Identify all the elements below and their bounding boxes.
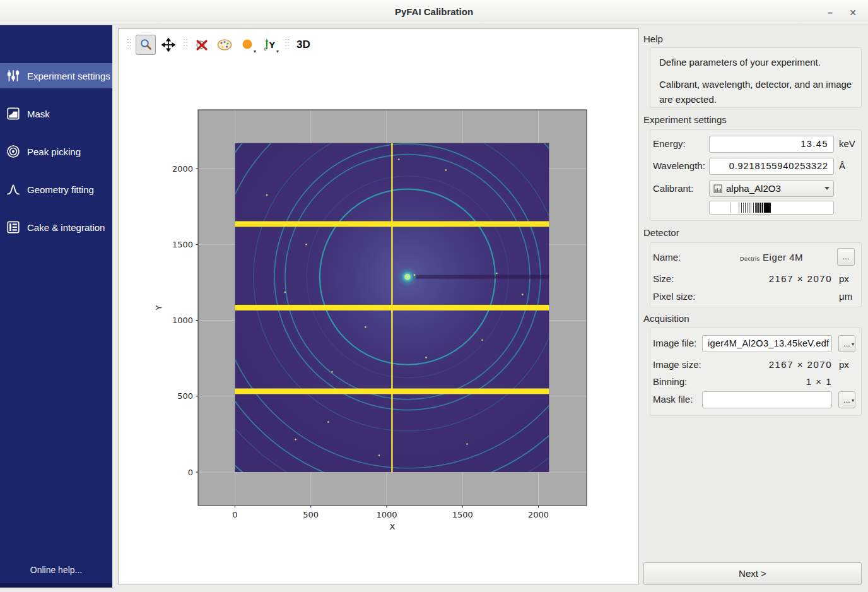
calibrant-histogram-icon bbox=[713, 184, 722, 193]
online-help-link[interactable]: Online help... bbox=[0, 565, 112, 575]
help-section-title: Help bbox=[643, 33, 663, 44]
mask-file-label: Mask file: bbox=[653, 394, 693, 405]
calibrant-rings-preview bbox=[709, 201, 834, 215]
detector-box: Name: Dectris Eiger 4M ... Size: 2167 × … bbox=[650, 242, 862, 307]
next-button[interactable]: Next > bbox=[643, 562, 862, 585]
image-file-label: Image file: bbox=[653, 338, 696, 348]
image-size-unit: px bbox=[839, 359, 849, 370]
mask-file-input[interactable] bbox=[702, 391, 832, 408]
settings-panel: Help Define parameters of your experimen… bbox=[643, 25, 862, 592]
pan-tool-button[interactable] bbox=[158, 35, 179, 55]
diffraction-image-plot[interactable]: 05001000150020000500100015002000XY bbox=[119, 29, 638, 584]
help-text-line2: Calibrant, wavelength, detector, and an … bbox=[659, 77, 852, 107]
calibrant-select[interactable]: alpha_Al2O3 bbox=[709, 180, 834, 197]
sidebar-bottom-strip bbox=[0, 583, 112, 588]
detector-section-title: Detector bbox=[643, 227, 679, 238]
dropdown-caret-icon: ▾ bbox=[852, 393, 854, 408]
dropdown-caret-icon: ▾ bbox=[254, 49, 256, 54]
window-title: PyFAI Calibration bbox=[0, 6, 868, 17]
svg-text:0: 0 bbox=[188, 468, 193, 477]
orange-dot-icon bbox=[240, 38, 254, 52]
image-size-value: 2167 × 2070 bbox=[709, 359, 832, 370]
calibrant-label: Calibrant: bbox=[653, 183, 693, 194]
detector-size-value: 2167 × 2070 bbox=[709, 273, 832, 284]
sidebar: Experiment settings Mask Peak picking Ge… bbox=[0, 25, 112, 588]
mask-value-button[interactable]: ▾ bbox=[237, 35, 257, 55]
concentric-rings-icon bbox=[6, 144, 21, 159]
acquisition-section-title: Acquisition bbox=[643, 313, 689, 324]
plot-toolbar: ▾ Y 0 ▾ 3D bbox=[124, 33, 315, 56]
y-axis-orientation-button[interactable]: Y 0 ▾ bbox=[260, 35, 280, 55]
svg-text:Y: Y bbox=[269, 41, 275, 50]
sidebar-item-label: Mask bbox=[27, 109, 50, 119]
svg-text:2000: 2000 bbox=[172, 164, 193, 174]
mask-icon bbox=[6, 106, 21, 121]
sidebar-item-label: Cake & integration bbox=[27, 222, 105, 233]
energy-input[interactable]: 13.45 bbox=[709, 136, 834, 153]
sidebar-item-geometry-fitting[interactable]: Geometry fitting bbox=[0, 177, 112, 202]
mask-file-browse-button[interactable]: ... ▾ bbox=[838, 391, 855, 408]
remove-marker-button[interactable] bbox=[192, 35, 212, 55]
sliders-icon bbox=[6, 68, 21, 83]
image-file-input[interactable]: iger4M_Al2O3_13.45keV.edf bbox=[702, 335, 832, 352]
pixel-size-label: Pixel size: bbox=[653, 291, 696, 302]
browse-label: ... bbox=[843, 339, 850, 348]
binning-value: 1 × 1 bbox=[709, 376, 832, 387]
svg-text:1000: 1000 bbox=[172, 316, 193, 325]
sidebar-item-peak-picking[interactable]: Peak picking bbox=[0, 139, 112, 164]
view-3d-button[interactable]: 3D bbox=[293, 35, 314, 55]
chevron-down-icon bbox=[824, 187, 830, 190]
integration-icon bbox=[6, 220, 21, 235]
magnifier-icon bbox=[139, 38, 153, 52]
svg-text:2000: 2000 bbox=[528, 510, 549, 519]
sidebar-item-label: Geometry fitting bbox=[27, 184, 94, 195]
svg-text:0: 0 bbox=[232, 510, 237, 519]
dropdown-caret-icon: ▾ bbox=[276, 49, 279, 54]
energy-unit: keV bbox=[839, 138, 855, 149]
image-size-label: Image size: bbox=[653, 359, 701, 370]
sidebar-item-label: Peak picking bbox=[27, 146, 81, 157]
calibrant-value: alpha_Al2O3 bbox=[726, 183, 781, 194]
svg-text:1500: 1500 bbox=[172, 240, 193, 249]
help-box: Define parameters of your experiment. Ca… bbox=[650, 47, 862, 108]
sidebar-item-cake-integration[interactable]: Cake & integration bbox=[0, 215, 112, 240]
zoom-tool-button[interactable] bbox=[136, 35, 156, 55]
svg-text:500: 500 bbox=[303, 510, 319, 519]
app-window: PyFAI Calibration – ✕ Experiment setting… bbox=[0, 0, 868, 592]
dropdown-caret-icon: ▾ bbox=[852, 336, 854, 352]
sidebar-item-experiment-settings[interactable]: Experiment settings bbox=[0, 63, 112, 88]
help-text-line1: Define parameters of your experiment. bbox=[659, 55, 852, 69]
plot-panel: 05001000150020000500100015002000XY bbox=[118, 28, 639, 584]
image-file-browse-button[interactable]: ... ▾ bbox=[838, 335, 855, 352]
toolbar-handle bbox=[127, 38, 131, 52]
svg-text:0: 0 bbox=[264, 47, 267, 51]
detector-size-unit: px bbox=[839, 273, 849, 284]
peak-curve-icon bbox=[6, 182, 21, 197]
experiment-settings-box: Energy: 13.45 keV Wavelength: 0.92181559… bbox=[650, 129, 862, 221]
detector-vendor-text: Dectris bbox=[740, 256, 760, 262]
binning-label: Binning: bbox=[653, 376, 687, 387]
sidebar-item-label: Experiment settings bbox=[27, 71, 110, 81]
svg-text:1500: 1500 bbox=[452, 510, 473, 519]
wavelength-unit: Å bbox=[839, 160, 845, 171]
svg-text:X: X bbox=[390, 522, 396, 531]
wavelength-label: Wavelength: bbox=[653, 160, 705, 171]
sidebar-item-mask[interactable]: Mask bbox=[0, 101, 112, 126]
acquisition-box: Image file: iger4M_Al2O3_13.45keV.edf ..… bbox=[650, 328, 862, 416]
detector-size-label: Size: bbox=[653, 273, 674, 284]
browse-label: ... bbox=[843, 395, 850, 405]
wavelength-input[interactable]: 0.9218155940253322 bbox=[709, 158, 834, 175]
colormap-button[interactable] bbox=[214, 35, 235, 55]
detector-name-label: Name: bbox=[653, 252, 681, 263]
palette-icon bbox=[216, 38, 233, 52]
titlebar: PyFAI Calibration – ✕ bbox=[0, 0, 868, 25]
close-button[interactable]: ✕ bbox=[845, 5, 860, 20]
svg-text:500: 500 bbox=[177, 391, 193, 401]
red-cross-icon bbox=[194, 37, 209, 52]
minimize-button[interactable]: – bbox=[823, 5, 838, 20]
toolbar-handle bbox=[183, 38, 187, 52]
detector-more-button[interactable]: ... bbox=[837, 248, 855, 266]
pixel-size-unit: μm bbox=[839, 291, 852, 302]
svg-text:Y: Y bbox=[154, 305, 163, 311]
detector-name-value: Dectris Eiger 4M bbox=[709, 252, 834, 263]
